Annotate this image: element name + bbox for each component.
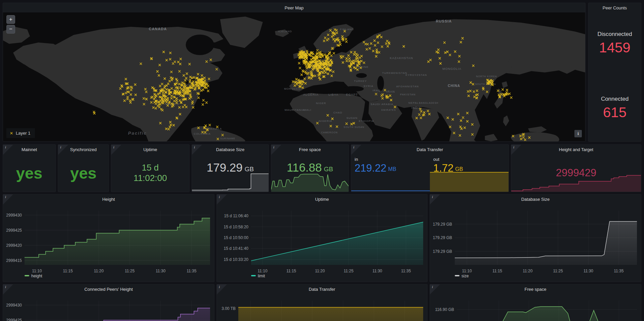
y-axis-label: 15 d 11:06:40 [224, 214, 248, 218]
legend-item-limit[interactable]: limit [251, 274, 265, 278]
x-axis-label: 11:20 [315, 269, 325, 273]
panel-title[interactable]: Database Size [216, 147, 245, 152]
country-label: CANADA [149, 27, 167, 31]
stat-value: 2999429 [511, 154, 641, 192]
stat-unit: MB [388, 166, 396, 174]
free-space-stat-panel: iFree space116.88GB [271, 144, 349, 192]
y-axis-label: 2999430 [6, 303, 22, 308]
x-axis-label: 11:10 [258, 269, 268, 273]
panel-header: Free space [271, 145, 349, 154]
ocean-label: Pacific [128, 131, 147, 136]
panel-title[interactable]: Peer Counts [603, 5, 627, 10]
map-zoom-in-button[interactable]: + [6, 15, 15, 24]
x-axis-label: 11:30 [372, 269, 382, 273]
free-space-chart-panel: iFree space116.90 GB11:1011:1511:2011:25… [430, 284, 641, 321]
stat-number: 219.22 [355, 162, 387, 174]
connected-value: 615 [589, 104, 641, 121]
free-space-chart: 116.90 GB11:1011:1511:2011:2511:3011:35 [430, 284, 641, 321]
info-icon: i [353, 145, 354, 149]
legend-item-height[interactable]: height [25, 274, 42, 278]
y-axis-label: 3.00 TB [222, 306, 236, 311]
x-axis-label: 11:15 [492, 269, 502, 273]
country-label: EMIRATES [381, 109, 396, 111]
y-axis-label: 2999425 [6, 318, 22, 321]
map-layer-legend[interactable]: ✕ Layer 1 [6, 128, 35, 138]
panel-title[interactable]: Peer Map [285, 5, 304, 10]
country-label: ICELAND [278, 30, 292, 33]
stat-value-line: 15 d [142, 163, 159, 173]
dbsize-chart: 179.29 GB179.29 GB179.29 GB11:1011:1511:… [430, 194, 641, 282]
panel-info-icon[interactable]: i [271, 145, 281, 155]
y-axis-label: 179.29 GB [433, 235, 452, 240]
stat-value: 1.72GB [433, 162, 463, 174]
info-icon: i [513, 145, 514, 149]
legend-swatch [251, 275, 256, 276]
country-label: SUDAN [347, 117, 358, 120]
country-label: INDIA [411, 106, 421, 109]
stat-number: 179.29 [207, 161, 243, 174]
info-icon: i [5, 195, 6, 199]
panel-info-icon[interactable]: i [217, 194, 227, 204]
info-icon: i [5, 145, 6, 149]
height-series-area [25, 218, 210, 265]
panel-title[interactable]: Synchronized [70, 147, 97, 152]
stat-body: yes [3, 154, 55, 192]
x-axis-label: 11:10 [32, 269, 42, 273]
country-label: NIGER [316, 102, 326, 105]
panel-info-icon[interactable]: i [3, 194, 13, 204]
grafana-dashboard: Peer Map [0, 0, 644, 321]
y-axis-label: 179.29 GB [433, 249, 452, 254]
panel-title[interactable]: Mainnet [22, 147, 37, 152]
stat-value: 15 d11:02:00 [111, 154, 189, 192]
y-axis-label: 15 d 10:41:40 [224, 246, 249, 251]
panel-title[interactable]: Free space [299, 147, 321, 152]
country-label: NIGERIA [319, 120, 332, 123]
y-axis-label: 2999425 [6, 228, 22, 233]
panel-info-icon[interactable]: i [511, 145, 521, 155]
info-icon: i [432, 195, 433, 199]
stat-label: out [433, 157, 439, 162]
country-label: CAMEROON [321, 131, 338, 134]
stat-number: 116.88 [287, 161, 322, 174]
stat-label: in [355, 157, 358, 162]
stat-body: 15 d11:02:00 [111, 154, 189, 192]
stat-body: 179.29GB [192, 154, 269, 192]
layer-label: Layer 1 [16, 131, 30, 136]
x-axis-label: 11:25 [553, 269, 563, 273]
info-icon: i [432, 285, 433, 289]
panel-info-icon[interactable]: i [192, 145, 202, 155]
peers-height-chart-panel: iConnected Peers' Height2999430299942529… [3, 284, 214, 321]
map-attribution-button[interactable]: i [574, 130, 582, 137]
panel-info-icon[interactable]: i [58, 145, 68, 155]
world-map-svg[interactable]: CANADARUSSIAKAZAKHSTANMONGOLIAKYRGYZSTAN… [3, 12, 585, 141]
panel-info-icon[interactable]: i [351, 145, 361, 155]
country-label: LIBYA [328, 93, 338, 96]
x-axis-label: 11:30 [583, 269, 593, 273]
country-label: IRAQ [373, 89, 381, 92]
x-axis-label: 11:15 [63, 269, 73, 273]
panel-info-icon[interactable]: i [3, 145, 13, 155]
y-axis-label: 15 d 10:33:20 [224, 257, 249, 262]
height-chart: 299943029994252999420299941511:1011:1511… [3, 194, 214, 282]
legend-label: size [461, 274, 469, 278]
panel-info-icon[interactable]: i [217, 284, 227, 294]
stat-body: in219.22MBout1.72GB [351, 154, 509, 192]
panel-info-icon[interactable]: i [111, 145, 121, 155]
info-icon: i [113, 145, 114, 149]
world-map[interactable]: CANADARUSSIAKAZAKHSTANMONGOLIAKYRGYZSTAN… [3, 12, 585, 141]
legend-item-size[interactable]: size [455, 274, 469, 278]
panel-info-icon[interactable]: i [3, 284, 13, 294]
map-zoom-out-button[interactable]: − [6, 25, 15, 34]
panel-title[interactable]: Data Transfer [417, 147, 443, 152]
y-axis-label: 15 d 10:58:20 [224, 225, 249, 229]
country-label: ALGERIA [303, 93, 319, 96]
panel-info-icon[interactable]: i [430, 284, 440, 294]
x-axis-label: 11:25 [125, 269, 134, 273]
panel-info-icon[interactable]: i [430, 194, 440, 204]
panel-title[interactable]: Height and Target [559, 147, 593, 152]
legend-label: limit [258, 274, 265, 278]
country-label: TURKMENISTAN [382, 72, 407, 75]
country-label: AFGHANISTAN [396, 85, 419, 88]
country-label: SAUDI ARABIA [371, 103, 394, 106]
panel-title[interactable]: Uptime [143, 147, 157, 152]
